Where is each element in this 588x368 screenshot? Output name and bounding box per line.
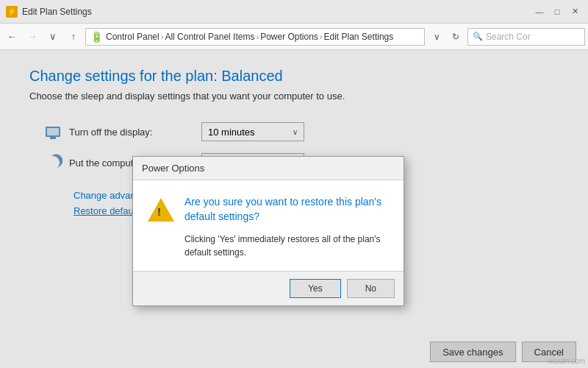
title-bar-icon: ⚡ — [6, 6, 18, 18]
minimize-button[interactable]: — — [532, 4, 547, 19]
path-segment-3: Power Options — [260, 32, 318, 42]
up-button[interactable]: ↑ — [65, 28, 82, 46]
path-segment-2: All Control Panel Items — [165, 32, 254, 42]
address-dropdown-button[interactable]: ∨ — [428, 28, 445, 46]
path-icon: 🔋 — [90, 31, 103, 43]
title-bar-controls: — □ ✕ — [532, 4, 582, 19]
no-button[interactable]: No — [347, 279, 395, 298]
power-options-dialog: Power Options Are you sure you want to r… — [132, 156, 404, 306]
modal-body: Are you sure you want to restore this pl… — [133, 180, 404, 271]
modal-footer: Yes No — [133, 271, 404, 305]
warning-icon-wrap — [148, 198, 174, 259]
dropdown-button[interactable]: ∨ — [44, 28, 62, 46]
address-actions: ∨ ↻ — [428, 28, 465, 46]
search-placeholder: Search Cor — [486, 32, 531, 42]
yes-button[interactable]: Yes — [290, 279, 341, 298]
close-button[interactable]: ✕ — [567, 4, 582, 19]
modal-overlay: Power Options Are you sure you want to r… — [0, 50, 588, 368]
modal-description: Clicking 'Yes' immediately restores all … — [184, 233, 389, 259]
forward-button[interactable]: → — [24, 28, 41, 46]
watermark: wsxdn.com — [548, 357, 585, 365]
main-content: Change settings for the plan: Balanced C… — [0, 50, 588, 368]
search-icon: 🔍 — [473, 32, 483, 41]
back-button[interactable]: ← — [3, 28, 21, 46]
warning-icon — [148, 198, 174, 222]
search-box[interactable]: 🔍 Search Cor — [467, 28, 585, 46]
modal-header: Power Options — [133, 157, 404, 180]
address-bar: ← → ∨ ↑ 🔋 Control Panel › All Control Pa… — [0, 24, 588, 50]
title-bar: ⚡ Edit Plan Settings — □ ✕ — [0, 0, 588, 24]
title-bar-text: Edit Plan Settings — [22, 7, 532, 17]
refresh-button[interactable]: ↻ — [447, 28, 465, 46]
address-path[interactable]: 🔋 Control Panel › All Control Panel Item… — [85, 28, 425, 46]
path-segment-1: Control Panel — [106, 32, 159, 42]
path-segment-4: Edit Plan Settings — [324, 32, 394, 42]
maximize-button[interactable]: □ — [550, 4, 564, 19]
modal-question: Are you sure you want to restore this pl… — [184, 195, 389, 224]
modal-text-area: Are you sure you want to restore this pl… — [184, 195, 389, 259]
